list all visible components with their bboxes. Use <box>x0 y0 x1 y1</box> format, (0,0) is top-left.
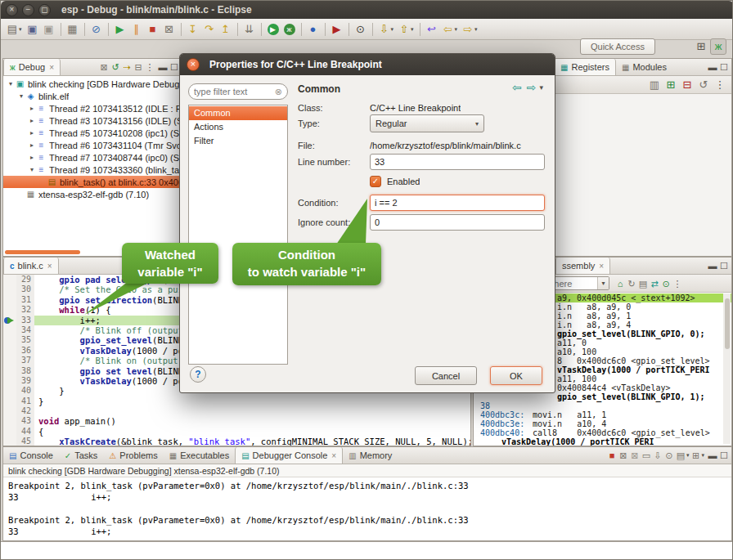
filter-input[interactable] <box>194 87 275 96</box>
disassembly-row[interactable]: 400dbc40:call8 0x400dc6c0 <gpio_set_leve… <box>474 428 731 437</box>
code-line[interactable]: 42 <box>3 406 470 416</box>
terminate-icon[interactable]: ■ <box>606 448 618 463</box>
chevron-down-icon[interactable]: ▾ <box>539 83 543 92</box>
restart-icon[interactable]: ↺ <box>110 60 121 74</box>
condition-input[interactable] <box>370 195 545 211</box>
code-line[interactable]: 44{ <box>3 427 470 437</box>
remove-launch-icon[interactable]: ⊠ <box>618 448 629 463</box>
debug-tree-row[interactable]: ▸≡Thread #5 1073410208 (ipc1) (Suspended… <box>3 127 182 139</box>
type-dropdown[interactable]: Regular ▾ <box>370 114 484 132</box>
dialog-section-common[interactable]: Common <box>189 106 287 120</box>
pin-console-icon[interactable]: ⊙ <box>663 448 675 463</box>
ignore-count-input[interactable] <box>370 214 545 231</box>
console-body[interactable]: Breakpoint 2, blink_task (pvParameter=0x… <box>3 477 731 540</box>
sync-selection-icon[interactable]: ⇄ <box>649 276 660 291</box>
tab-registers[interactable]: ▦Registers <box>554 59 616 75</box>
close-tab-icon[interactable]: × <box>599 262 604 271</box>
expand-arrow-icon[interactable]: ▸ <box>28 105 36 112</box>
last-edit-location-icon[interactable]: ↩ <box>425 21 439 38</box>
open-console-icon[interactable]: ⊞▾ <box>690 448 705 463</box>
refresh-icon[interactable]: ↻ <box>626 276 637 291</box>
expand-arrow-icon[interactable]: ▸ <box>28 129 36 137</box>
debug-tree-row[interactable]: ▾▣blink checking [GDB Hardware Debugging… <box>3 78 182 90</box>
scroll-lock-icon[interactable]: ⇩ <box>652 448 663 463</box>
minimize-icon[interactable]: ▬ <box>157 60 169 74</box>
expand-arrow-icon[interactable]: ▾ <box>17 92 25 100</box>
maximize-icon[interactable]: ☐ <box>718 60 730 74</box>
debug-tree-row[interactable]: ▸≡Thread #6 1073431104 (Tmr Svc) (Suspen… <box>3 139 182 151</box>
debug-horizontal-scrollbar[interactable] <box>5 250 80 254</box>
expand-arrow-icon[interactable]: ▾ <box>28 166 36 173</box>
resume-icon[interactable]: ▶ <box>113 21 128 38</box>
code-line[interactable]: 45 xTaskCreate(&blink_task, "blink_task"… <box>3 437 470 446</box>
tab-blink-c[interactable]: c blink.c × <box>3 258 59 274</box>
previous-annotation-icon[interactable]: ⇧▾ <box>397 21 416 38</box>
minimize-icon[interactable]: ▬ <box>707 60 718 74</box>
back-icon[interactable]: ⇦▾ <box>441 21 460 38</box>
remove-register-group-icon[interactable]: ⊟ <box>680 77 695 93</box>
build-icon[interactable]: ▦ <box>65 21 80 38</box>
forward-icon[interactable]: ⇨ <box>527 81 537 94</box>
minimize-icon[interactable]: ▬ <box>707 448 718 463</box>
display-selected-console-icon[interactable]: ▤▾ <box>675 448 690 463</box>
view-menu-icon[interactable]: ⋮ <box>713 77 727 93</box>
new-breakpoint-icon[interactable]: ● <box>306 21 321 38</box>
clear-filter-icon[interactable]: ⊗ <box>275 87 282 97</box>
tab-debug[interactable]: ж Debug × <box>3 59 61 75</box>
debug-tree-row[interactable]: ▸≡Thread #3 1073413156 (IDLE) (Suspended… <box>3 114 182 127</box>
save-icon[interactable]: ▣ <box>25 21 40 38</box>
maximize-icon[interactable]: ☐ <box>718 448 730 463</box>
window-close-button[interactable]: × <box>6 4 18 16</box>
new-wizard-icon[interactable]: ▤▾ <box>5 21 24 38</box>
show-source-icon[interactable]: ▤ <box>637 276 649 291</box>
close-tab-icon[interactable]: × <box>331 451 336 460</box>
dialog-section-filter[interactable]: Filter <box>189 134 287 148</box>
chevron-down-icon[interactable]: ▾ <box>597 277 609 289</box>
view-menu-icon[interactable]: ⋮ <box>144 60 155 74</box>
step-return-icon[interactable]: ↥ <box>218 21 233 38</box>
step-into-icon[interactable]: ↧ <box>186 21 200 38</box>
minimize-icon[interactable]: ▬ <box>707 258 718 273</box>
layout-icon[interactable]: ▥ <box>647 77 662 93</box>
maximize-icon[interactable]: ☐ <box>169 60 180 74</box>
debug-tree-row[interactable]: ▸≡Thread #7 1073408744 (ipc0) (Suspended… <box>3 151 182 164</box>
window-minimize-button[interactable]: − <box>22 4 34 16</box>
disassembly-row[interactable]: 400dbc3c:movi.n a11, 1 <box>474 410 731 419</box>
expand-arrow-icon[interactable]: ▸ <box>28 117 36 124</box>
tab-tasks[interactable]: ✓Tasks <box>59 447 104 464</box>
enabled-checkbox[interactable] <box>370 176 381 187</box>
disassembly-row[interactable]: 38 <box>474 401 731 410</box>
dialog-close-button[interactable]: × <box>187 58 200 71</box>
remove-all-terminated-icon[interactable]: ⊠ <box>629 448 641 463</box>
collapse-all-icon[interactable]: ⊟ <box>133 60 144 74</box>
debug-perspective-icon[interactable]: ж <box>710 38 726 55</box>
disassembly-row[interactable]: vTaskDelay(1000 / portTICK_PERI <box>474 437 731 446</box>
skip-all-breakpoints-icon[interactable]: ⊘ <box>89 21 104 38</box>
terminate-icon[interactable]: ■ <box>146 21 160 38</box>
step-over-icon[interactable]: ↷ <box>202 21 217 38</box>
help-button[interactable]: ? <box>190 366 206 383</box>
disassembly-scrollbar-thumb[interactable] <box>725 298 730 349</box>
disassembly-row[interactable]: gpio_set_level(BLINK_GPIO, 1); <box>474 392 731 401</box>
view-menu-icon[interactable]: ⋮ <box>672 276 683 291</box>
search-icon[interactable]: ⊙ <box>353 21 368 38</box>
cancel-button[interactable]: Cancel <box>415 366 477 385</box>
dialog-section-actions[interactable]: Actions <box>189 120 287 134</box>
expand-arrow-icon[interactable]: ▸ <box>28 141 36 149</box>
expand-arrow-icon[interactable]: ▾ <box>7 80 15 87</box>
next-annotation-icon[interactable]: ⇩▾ <box>377 21 396 38</box>
tab-modules[interactable]: ▦Modules <box>616 59 672 75</box>
add-register-group-icon[interactable]: ⊞ <box>663 77 678 93</box>
line-number-input[interactable] <box>370 154 545 170</box>
tab-debugger-console[interactable]: ▤Debugger Console× <box>235 447 343 464</box>
run-icon[interactable]: ▶ <box>266 21 281 38</box>
tab-executables[interactable]: ▦Executables <box>164 447 235 464</box>
debug-icon[interactable]: ж <box>282 21 297 38</box>
external-tools-icon[interactable]: ▶ <box>330 21 344 38</box>
clear-console-icon[interactable]: ▭ <box>641 448 652 463</box>
ok-button[interactable]: OK <box>490 366 542 385</box>
debug-tree-row[interactable]: ▦xtensa-esp32-elf-gdb (7.10) <box>3 188 182 200</box>
close-tab-icon[interactable]: × <box>49 63 54 72</box>
remove-all-terminated-icon[interactable]: ⊠ <box>98 60 110 74</box>
home-icon[interactable]: ⌂ <box>614 276 626 291</box>
